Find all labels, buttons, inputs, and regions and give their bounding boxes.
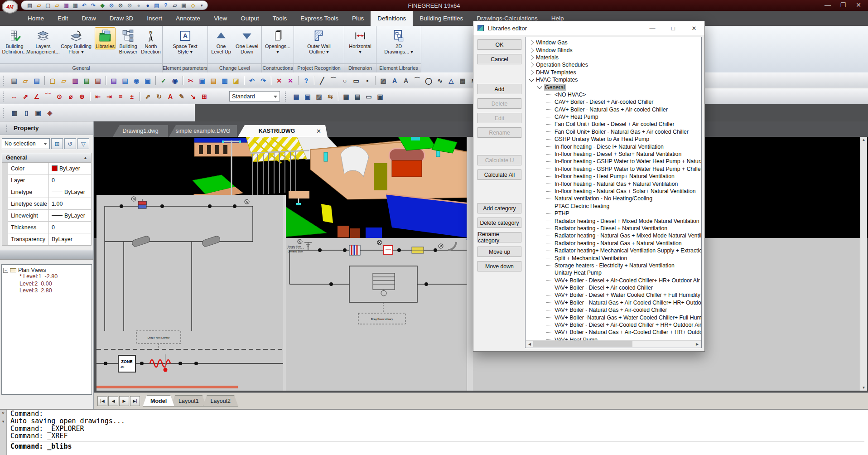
next-tab-icon[interactable]: ▶ [119,396,129,406]
block-icon[interactable]: ▣ [375,91,386,102]
tree-item[interactable]: VAV+ Boiler - Diesel + Water Cooled Chil… [526,291,701,299]
purge-icon[interactable]: ✕ [285,75,296,86]
tree-item[interactable]: General [526,83,701,91]
toolbar-icon[interactable] [242,76,246,85]
text-icon[interactable]: A [389,75,400,86]
line-icon[interactable]: ╱ [317,75,328,86]
toolbar-grip[interactable] [3,76,6,86]
libraries-button[interactable]: Libraries [95,27,116,49]
cancel-button[interactable]: Cancel [477,54,521,64]
scroll-up-icon[interactable]: ▲ [862,138,866,142]
paste-special-icon[interactable]: ▥ [219,75,230,86]
toolbar-icon[interactable] [336,92,340,101]
point-icon[interactable]: ▪ [362,75,373,86]
cut-icon[interactable]: ✂ [185,75,196,86]
last-tab-icon[interactable]: ▶| [130,396,140,406]
dim-angular-icon[interactable]: ∠ [31,91,42,102]
toolbar-icon[interactable] [296,76,300,85]
tree-item[interactable]: VAV+ Boiler - Natural Gas + Air-Cooled C… [526,299,701,306]
qat-layout-icon[interactable]: ▱ [171,1,179,10]
publish-icon[interactable]: ▣ [142,75,153,86]
horizontal-dimension-button[interactable]: Horizontal ▾ [346,27,375,55]
ribbon-tab[interactable]: Building Entities [413,11,470,26]
rename-category-button[interactable]: Rename category [477,232,521,242]
qat-save-as-icon[interactable]: ▥ [71,1,79,10]
qat-open-icon[interactable]: ▱ [53,1,61,10]
bld-open-icon[interactable]: ▱ [20,75,31,86]
quick-select-button[interactable]: ⊞ [51,138,63,149]
outer-wall-outline-button[interactable]: Outer Wall Outline ▾ [303,27,335,55]
redo-icon[interactable]: ↷ [258,75,269,86]
format-painter-icon[interactable]: ◪ [231,75,241,86]
tree-item[interactable]: In-floor heating - GSHP Water to Water H… [526,165,701,173]
calculate-u-button[interactable]: Calculate U [477,155,521,165]
toolbar-icon[interactable] [88,92,92,101]
ribbon-tab[interactable]: Home [21,11,51,26]
add-button[interactable]: Add [477,84,521,94]
command-input[interactable]: Command: _blibs [10,441,864,450]
wall-style-icon[interactable]: ▦ [291,91,302,102]
toolbar-icon[interactable] [138,92,142,101]
toolbar-grip[interactable] [3,92,6,102]
dim-arc-icon[interactable]: ⌒ [43,91,53,102]
tree-item[interactable]: Operation Schedules [526,61,701,68]
tree-item[interactable]: GSHP Unitary Water to Air Heat Pump [526,136,701,143]
dim-aligned-icon[interactable]: ⇗ [20,91,31,102]
ribbon-tab[interactable]: Output [234,11,266,26]
tree-item[interactable]: In-floor heating - Natural Gas + Natural… [526,180,701,187]
qat-bld-doc-icon[interactable]: ▤ [26,1,34,10]
scroll-down-icon[interactable]: ▼ [862,386,866,390]
plan-view-level[interactable]: * Level:1 -2.80 [3,273,90,281]
spell-check-icon[interactable]: ✓ [158,75,169,86]
tree-item[interactable]: Radiator heating - Natural Gas + Natural… [526,240,701,247]
wall-icon[interactable]: ▦ [9,107,20,118]
frame-icon[interactable]: ▭ [363,91,374,102]
property-row[interactable]: Lineweight ByLayer [8,210,91,222]
tree-item[interactable]: DHW Templates [526,69,701,76]
toolbar-icon[interactable] [181,76,185,85]
erase-icon[interactable]: ✕ [274,75,285,86]
arc-icon[interactable]: ⌒ [412,75,423,86]
tree-item[interactable]: In-floor heating - Natural Gas + Solar+ … [526,188,701,195]
delete-category-button[interactable]: Delete category [477,218,521,228]
maximize-button[interactable]: ❐ [835,0,851,10]
match-properties-icon[interactable]: ⇆ [325,91,336,102]
polygon-icon[interactable]: △ [446,75,457,86]
right-scrollbar[interactable]: ▲▼ [860,137,867,391]
tab-layout1[interactable]: Layout1 [171,395,206,407]
rename-button[interactable]: Rename [477,127,521,138]
building-definition-button[interactable]: Building Definition... [1,27,28,55]
bld-new-icon[interactable]: ▤ [9,75,19,86]
collapse-minus-icon[interactable]: − [3,268,8,273]
undo-icon[interactable]: ↶ [246,75,257,86]
tree-item[interactable]: Unitary Heat Pump [526,269,701,276]
first-tab-icon[interactable]: |◀ [97,396,107,406]
tree-item[interactable]: VAV+ Boiler - Diesel + Air-Cooled Chille… [526,277,701,284]
dim-leader-icon[interactable]: ↘ [188,91,198,102]
dialog-close-button[interactable]: ✕ [684,21,704,35]
ribbon-tab[interactable]: Express Tools [294,11,345,26]
dim-diameter-icon[interactable]: ⌀ [65,91,76,102]
drawing-tab[interactable]: simple example.DWG [169,125,237,137]
scrollbar-thumb[interactable] [533,341,632,347]
door-icon[interactable]: ▯ [21,107,32,118]
property-row[interactable]: Linetype scale 1.00 [8,198,91,210]
export-acis-icon[interactable]: ▤ [81,75,92,86]
ribbon-tab[interactable]: Draw 3D [103,11,140,26]
select-objects-button[interactable]: ↺ [64,138,76,149]
close-button[interactable]: ✕ [851,0,866,10]
toolbar-grip[interactable] [3,108,6,118]
ribbon-tab[interactable]: Plus [345,11,371,26]
toolbar-grip[interactable] [285,92,289,102]
north-direction-button[interactable]: N North Direction [141,27,161,55]
table-icon[interactable]: ▦ [341,91,352,102]
plan-view-level[interactable]: Level:3 2.80 [3,287,90,295]
tree-item[interactable]: PTAC Electric Heating [526,203,701,210]
2d-drawings-button[interactable]: 2D Drawings... ▾ [379,27,418,55]
toolbar-icon[interactable] [104,76,108,85]
find-icon[interactable]: ◉ [169,75,180,86]
tree-item[interactable]: Fan Coil Unit+ Boiler - Diesel + Air coo… [526,121,701,128]
add-category-button[interactable]: Add category [477,203,521,213]
window-icon[interactable]: ▣ [33,107,43,118]
spline-icon[interactable]: ∿ [434,75,445,86]
